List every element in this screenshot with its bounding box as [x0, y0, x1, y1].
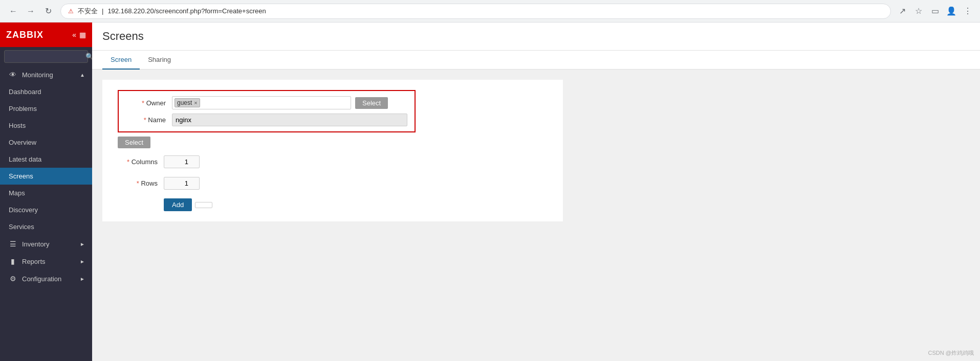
reports-label: Reports	[22, 258, 46, 265]
url-separator: |	[102, 7, 103, 15]
columns-row: Columns	[118, 153, 548, 170]
screens-label: Screens	[9, 172, 33, 180]
rows-label: Rows	[118, 179, 164, 187]
sidebar: ZABBIX « ▦ 🔍 👁 Monitoring ▲ Dashboard Pr…	[0, 22, 92, 361]
owner-name-highlight: Owner guest × Select Name	[118, 90, 416, 132]
tab-sharing[interactable]: Sharing	[140, 51, 179, 70]
name-row: Name	[126, 114, 407, 126]
monitoring-category[interactable]: 👁 Monitoring ▲	[0, 66, 92, 83]
reports-icon: ▮	[9, 257, 17, 265]
profile-icon[interactable]: 👤	[945, 5, 957, 17]
tab-screen[interactable]: Screen	[102, 51, 140, 70]
columns-input[interactable]	[164, 155, 200, 168]
configuration-chevron: ►	[80, 276, 85, 282]
cancel-button[interactable]	[195, 202, 212, 208]
share-icon[interactable]: ↗	[896, 5, 908, 17]
actions-row: Add	[118, 198, 548, 211]
dashboard-label: Dashboard	[9, 88, 41, 96]
url-text: 192.168.220.20/screenconf.php?form=Creat…	[107, 7, 266, 15]
inventory-icon: ☰	[9, 240, 17, 248]
owner-remove-button[interactable]: ×	[194, 100, 197, 106]
app-layout: ZABBIX « ▦ 🔍 👁 Monitoring ▲ Dashboard Pr…	[0, 22, 980, 361]
browser-nav: ← → ↻	[6, 4, 55, 18]
discovery-label: Discovery	[9, 206, 38, 214]
maps-label: Maps	[9, 189, 25, 197]
reports-category[interactable]: ▮ Reports ►	[0, 253, 92, 270]
inventory-chevron: ►	[80, 241, 85, 247]
bookmark-icon[interactable]: ☆	[912, 5, 925, 17]
form-area: Owner guest × Select Name	[92, 70, 980, 361]
back-button[interactable]: ←	[6, 4, 20, 18]
layout-icon[interactable]: ▦	[79, 31, 86, 39]
menu-icon[interactable]: ⋮	[962, 5, 974, 17]
name-label: Name	[126, 116, 172, 124]
browser-actions: ↗ ☆ ▭ 👤 ⋮	[896, 5, 974, 17]
page-header: Screens	[92, 22, 980, 51]
monitoring-icon: 👁	[9, 71, 17, 79]
latest-data-label: Latest data	[9, 155, 41, 163]
logo-bar: ZABBIX « ▦	[0, 22, 92, 47]
search-bar[interactable]: 🔍	[4, 50, 88, 63]
add-button[interactable]: Add	[164, 198, 192, 211]
owner-tag: guest ×	[175, 98, 200, 107]
problems-label: Problems	[9, 105, 37, 112]
rows-row: Rows	[118, 175, 548, 191]
owner-tag-text: guest	[177, 99, 192, 106]
configuration-category[interactable]: ⚙ Configuration ►	[0, 270, 92, 287]
browser-bar: ← → ↻ ⚠ 不安全 | 192.168.220.20/screenconf.…	[0, 0, 980, 22]
sidebar-item-dashboard[interactable]: Dashboard	[0, 83, 92, 100]
page-title: Screens	[102, 30, 144, 42]
logo-icons: « ▦	[72, 31, 86, 39]
tab-icon[interactable]: ▭	[929, 5, 941, 17]
inventory-category[interactable]: ☰ Inventory ►	[0, 235, 92, 253]
main-content: Screens Screen Sharing Owner guest	[92, 22, 980, 361]
sidebar-item-maps[interactable]: Maps	[0, 185, 92, 201]
address-bar[interactable]: ⚠ 不安全 | 192.168.220.20/screenconf.php?fo…	[60, 4, 891, 19]
search-icon: 🔍	[85, 53, 92, 60]
select-button[interactable]: Select	[355, 97, 388, 109]
columns-label: Columns	[118, 158, 164, 166]
watermark: CSDN @炸鸡鸡哦	[928, 349, 974, 357]
monitoring-chevron: ▲	[80, 72, 85, 78]
overview-label: Overview	[9, 139, 36, 146]
search-input[interactable]	[9, 53, 85, 60]
configuration-label: Configuration	[22, 275, 61, 283]
services-label: Services	[9, 223, 34, 231]
refresh-button[interactable]: ↻	[41, 4, 55, 18]
configuration-icon: ⚙	[9, 275, 17, 283]
rows-input[interactable]	[164, 177, 200, 190]
name-input[interactable]	[172, 114, 407, 126]
logo: ZABBIX	[6, 30, 43, 40]
security-warning-text: 不安全	[78, 7, 98, 16]
form-container: Owner guest × Select Name	[102, 80, 563, 221]
forward-button[interactable]: →	[24, 4, 38, 18]
monitoring-label: Monitoring	[22, 71, 53, 79]
sidebar-item-services[interactable]: Services	[0, 218, 92, 235]
tabs-bar: Screen Sharing	[92, 51, 980, 70]
owner-label: Owner	[126, 99, 172, 107]
sidebar-item-latest-data[interactable]: Latest data	[0, 151, 92, 168]
select-button[interactable]: Select	[118, 137, 150, 148]
inventory-label: Inventory	[22, 240, 49, 248]
owner-row: Owner guest × Select	[126, 96, 407, 109]
collapse-icon[interactable]: «	[72, 31, 76, 39]
sidebar-item-screens[interactable]: Screens	[0, 168, 92, 185]
reports-chevron: ►	[80, 259, 85, 264]
hosts-label: Hosts	[9, 122, 26, 129]
security-warning-icon: ⚠	[68, 8, 74, 15]
sidebar-item-hosts[interactable]: Hosts	[0, 117, 92, 134]
sidebar-item-overview[interactable]: Overview	[0, 134, 92, 151]
sidebar-item-problems[interactable]: Problems	[0, 100, 92, 117]
sidebar-item-discovery[interactable]: Discovery	[0, 201, 92, 218]
